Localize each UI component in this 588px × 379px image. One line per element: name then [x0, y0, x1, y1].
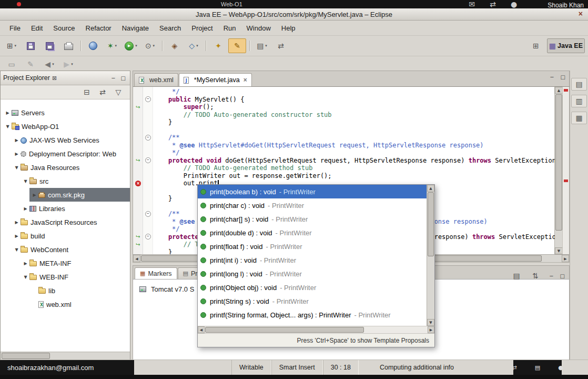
autocomplete-item[interactable]: print(int i) : void- PrintWriter [198, 253, 427, 267]
fold-collapse-icon[interactable]: − [145, 96, 151, 102]
web-browser-button[interactable] [84, 38, 102, 53]
menu-search[interactable]: Search [154, 23, 186, 34]
tree-item-deployment-descriptor-web[interactable]: ▶Deployment Descriptor: Web [1, 147, 130, 161]
mail-tray-button[interactable]: ✉ [466, 0, 478, 8]
new-wizard-button[interactable]: ⊞▾ [3, 38, 21, 53]
tree-item-lib[interactable]: lib [1, 284, 130, 297]
code-line[interactable]: − /** [133, 134, 555, 142]
menu-help[interactable]: Help [276, 23, 301, 34]
open-element-button[interactable]: ✎ [228, 38, 246, 53]
editor-minimize-button[interactable]: − [548, 74, 555, 80]
tree-item-jax-ws-web-services[interactable]: ▶JAX-WS Web Services [1, 133, 130, 147]
explorer-hscroll-thumb[interactable] [2, 353, 50, 359]
new-servlet-button[interactable]: ◇▾ [185, 38, 202, 53]
debug-button[interactable]: ✶▾ [103, 38, 121, 53]
autocomplete-item[interactable]: print(char c) : void- PrintWriter [198, 198, 427, 212]
autocomplete-hscrollbar[interactable]: ◀ ▶ [198, 326, 434, 333]
scroll-right-icon[interactable]: ▶ [428, 326, 434, 333]
editor-vscrollbar[interactable]: ▲ ▼ [554, 87, 563, 254]
expander-icon[interactable]: ▶ [31, 193, 38, 197]
expander-icon[interactable]: ▶ [4, 111, 12, 115]
autocomplete-item[interactable]: print(double d) : void- PrintWriter [198, 226, 427, 240]
expander-icon[interactable]: ▶ [13, 152, 21, 156]
expander-icon[interactable]: ▼ [22, 275, 29, 280]
network-tray-button[interactable]: ⇄ [505, 360, 523, 375]
scroll-down-icon[interactable]: ▼ [427, 319, 434, 326]
expander-icon[interactable]: ▶ [22, 206, 29, 211]
fold-collapse-icon[interactable]: − [145, 135, 151, 141]
panel-minimize-button[interactable]: − [548, 273, 555, 279]
synchronize-button[interactable]: ⇄ [272, 38, 290, 53]
fold-collapse-icon[interactable]: − [145, 157, 151, 163]
code-line[interactable] [133, 126, 555, 134]
scroll-left-icon[interactable]: ◀ [198, 326, 205, 333]
pin-editor-button[interactable]: ✎ [22, 57, 39, 72]
tree-item-webapp-o1[interactable]: ▼WebApp-O1 [1, 119, 130, 133]
tree-item-webcontent[interactable]: ▼WebContent [1, 243, 130, 256]
collapse-all-button[interactable]: ⊟ [79, 86, 94, 98]
code-line[interactable]: // TODO Auto-generated constructor stub [133, 111, 555, 119]
explorer-close-icon[interactable]: ⊠ [52, 75, 57, 82]
menu-refactor[interactable]: Refactor [80, 23, 117, 34]
tree-item-src[interactable]: ▼src [1, 174, 130, 188]
editor-vscroll-thumb[interactable] [555, 94, 562, 231]
code-line[interactable]: */ [133, 88, 555, 96]
search-button[interactable]: ✦ [209, 38, 227, 53]
explorer-hscrollbar[interactable] [1, 352, 130, 360]
minimized-view-3-button[interactable]: ▦ [571, 112, 587, 124]
autocomplete-hscroll-thumb[interactable] [205, 327, 364, 333]
scroll-down-icon[interactable]: ▼ [555, 247, 563, 254]
minimized-view-2-button[interactable]: ▥ [571, 95, 587, 107]
scroll-up-icon[interactable]: ▲ [555, 87, 563, 94]
panel-sync-button[interactable]: ⇅ [526, 268, 544, 283]
link-with-editor-button[interactable]: ⇄ [95, 86, 110, 98]
open-perspective-button[interactable]: ⊞ [527, 38, 545, 53]
expander-icon[interactable]: ▶ [13, 220, 21, 225]
code-line[interactable]: − public MyServlet() { [133, 96, 555, 104]
save-button[interactable] [22, 38, 39, 53]
panel-maximize-button[interactable]: □ [559, 273, 566, 279]
expander-icon[interactable]: ▼ [4, 124, 12, 129]
menu-file[interactable]: File [4, 23, 26, 34]
menu-edit[interactable]: Edit [26, 23, 48, 34]
forward-history-button[interactable]: ▶▾ [59, 57, 77, 72]
menu-run[interactable]: Run [218, 23, 241, 34]
console-button[interactable]: ▤▾ [253, 38, 271, 53]
tree-item-javascript-resources[interactable]: ▶JavaScript Resources [1, 215, 130, 229]
tree-item-servers[interactable]: ▶Servers [1, 106, 130, 119]
scroll-right-icon[interactable]: ▶ [562, 255, 569, 262]
tree-item-java-resources[interactable]: ▼Java Resources [1, 161, 130, 174]
menu-source[interactable]: Source [48, 23, 80, 34]
window-close-button[interactable]: × [579, 9, 583, 18]
autocomplete-item[interactable]: printf(String format, Object... args) : … [198, 308, 427, 322]
autocomplete-item[interactable]: printf(Locale l, String format, Object..… [198, 322, 427, 326]
external-tools-button[interactable]: ⊙▾ [141, 38, 159, 53]
autocomplete-item[interactable]: print(boolean b) : void- PrintWriter [198, 185, 427, 198]
expander-icon[interactable]: ▼ [13, 247, 21, 252]
code-line[interactable]: ↪ super(); [133, 103, 555, 111]
code-line[interactable]: ↪− protected void doGet(HttpServletReque… [133, 157, 555, 165]
run-button[interactable]: ▶▾ [122, 38, 140, 53]
expander-icon[interactable]: ▶ [22, 261, 29, 266]
autocomplete-item[interactable]: print(float f) : void- PrintWriter [198, 240, 427, 253]
panel-tab-markers[interactable]: ▦Markers [135, 267, 177, 279]
menu-project[interactable]: Project [186, 23, 218, 34]
sync-tray-button[interactable]: ⇄ [487, 0, 499, 8]
expander-icon[interactable]: ▼ [13, 165, 21, 170]
error-marker-icon[interactable]: × [135, 181, 141, 186]
last-edit-location-button[interactable]: ▭ [3, 57, 21, 72]
display-tray-button[interactable]: ▤ [529, 360, 546, 375]
autocomplete-item[interactable]: print(Object obj) : void- PrintWriter [198, 281, 427, 294]
view-menu-button[interactable]: ▽ [111, 86, 126, 98]
status-tray-button[interactable]: ● [508, 0, 520, 8]
back-history-button[interactable]: ◀▾ [40, 57, 58, 72]
minimized-view-1-button[interactable]: ▤ [571, 78, 587, 91]
expander-icon[interactable]: ▼ [22, 179, 29, 184]
tree-item-build[interactable]: ▶build [1, 229, 130, 243]
print-button[interactable] [59, 38, 77, 53]
new-java-project-button[interactable]: ◈ [166, 38, 184, 53]
tree-item-web-xml[interactable]: web.xml [1, 297, 130, 311]
menu-navigate[interactable]: Navigate [117, 23, 154, 34]
expander-icon[interactable]: ▶ [13, 138, 21, 143]
explorer-minimize-button[interactable]: − [109, 75, 117, 81]
